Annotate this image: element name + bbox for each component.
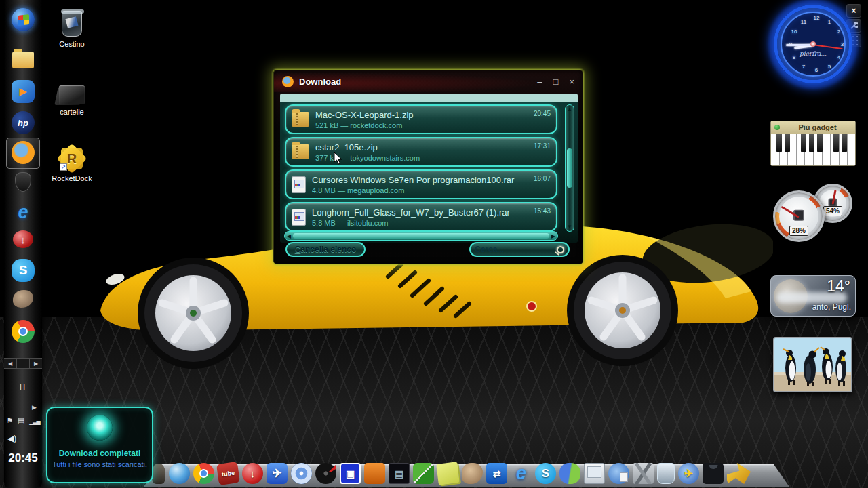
gadget-close-button[interactable]: × — [846, 4, 861, 18]
shield-app-icon[interactable] — [15, 172, 31, 192]
hp-icon[interactable]: hp — [12, 111, 35, 134]
flag-icon[interactable]: ⚑ — [6, 416, 13, 425]
scroll-right-icon[interactable]: ▶ — [551, 233, 555, 239]
black-key[interactable] — [817, 134, 823, 152]
black-key[interactable] — [785, 134, 790, 152]
cat-figurine-icon[interactable] — [152, 464, 165, 484]
network-icon[interactable]: ▁▃▅ — [29, 419, 39, 425]
download-item[interactable]: Longhorn_Full_Glass_for_W7_by_Buster67 (… — [285, 202, 557, 232]
skype-icon[interactable]: S — [535, 463, 556, 484]
black-key[interactable] — [776, 134, 782, 152]
download-glow-icon — [87, 415, 113, 441]
web-travel-icon[interactable]: ✈ — [678, 463, 699, 484]
flights-icon[interactable]: ✈ — [267, 463, 288, 484]
tray-expand-icon[interactable]: ▶ — [32, 404, 37, 411]
search-box[interactable] — [469, 242, 570, 257]
search-icon[interactable] — [557, 246, 564, 253]
archive-file-icon — [292, 209, 306, 226]
windows-logo-icon — [18, 14, 29, 26]
cpu-value: 28% — [789, 226, 808, 236]
download-meta: 4.8 MB — megaupload.com — [312, 186, 528, 195]
taskbar-scroll-strip[interactable]: ◀ ▶ — [4, 358, 42, 369]
firefox-icon[interactable] — [12, 141, 35, 164]
desktop-icon-cestino[interactable]: Cestino — [50, 11, 94, 48]
explorer-folder-icon[interactable] — [12, 52, 34, 68]
restore-button[interactable]: □ — [553, 77, 559, 87]
download-complete-notification[interactable]: Download completati Tutti i file sono st… — [46, 407, 153, 483]
vertical-scrollbar[interactable]: ▲ ▼ — [565, 104, 574, 232]
rocketdock-icon[interactable] — [727, 463, 751, 484]
scroll-middle[interactable] — [17, 359, 30, 368]
recycle-glass-icon[interactable] — [657, 463, 675, 484]
chrome-icon[interactable] — [193, 463, 214, 484]
start-button[interactable] — [12, 8, 35, 31]
black-key[interactable] — [842, 134, 847, 152]
download-meta: 5.8 MB — ilsitoblu.com — [312, 219, 528, 227]
minimize-button[interactable]: – — [537, 77, 542, 87]
maps-icon[interactable] — [413, 463, 434, 484]
clock-number: 10 — [790, 28, 798, 35]
download-manager-icon[interactable]: ↓ — [242, 463, 263, 484]
scroll-down-icon[interactable]: ▼ — [567, 224, 572, 230]
scroll-up-icon[interactable]: ▲ — [567, 106, 572, 113]
gimp-icon[interactable] — [462, 463, 483, 484]
clock-number: 11 — [800, 19, 808, 25]
skype-icon[interactable]: S — [12, 259, 35, 282]
speaker-icon[interactable]: ◀) — [7, 434, 16, 443]
taskbar-clock[interactable]: 20:45 — [4, 451, 42, 465]
piano-gadget[interactable]: Più gadget — [770, 121, 856, 166]
black-key[interactable] — [801, 134, 806, 152]
piano-gadget-link[interactable]: Più gadget — [783, 123, 852, 131]
tools-icon[interactable] — [633, 463, 654, 484]
display-settings-icon[interactable] — [584, 463, 605, 484]
scrollbar-track[interactable] — [293, 233, 549, 239]
download-item[interactable]: cstar2_105e.zip 377 kB — tokyodownstairs… — [285, 137, 557, 167]
scroll-left-icon[interactable]: ◀ — [287, 233, 291, 239]
dolphin-app-icon[interactable] — [169, 463, 190, 484]
zip-folder-icon — [292, 112, 309, 127]
scroll-right-icon[interactable]: ▶ — [30, 359, 42, 368]
black-key[interactable] — [833, 134, 839, 152]
dvd-burner-icon[interactable] — [291, 463, 312, 484]
vinyl-player-icon[interactable] — [315, 463, 336, 484]
photo-slideshow-gadget[interactable] — [773, 337, 852, 392]
internet-explorer-icon[interactable]: e — [12, 201, 35, 224]
piano-keys[interactable] — [771, 134, 855, 165]
weather-gadget[interactable]: 14° anto, Pugl. — [770, 275, 856, 317]
notification-link[interactable]: Tutti i file sono stati scaricati. — [52, 460, 147, 468]
tshirt-app-icon[interactable] — [703, 463, 724, 484]
download-item[interactable]: Cursores Windows Se7en Por programacion1… — [285, 169, 557, 199]
search-input[interactable] — [475, 245, 557, 254]
clear-list-label: Cancella elenco — [295, 245, 357, 254]
youtube-icon[interactable]: tube — [216, 462, 240, 485]
cpu-meter-gadget[interactable]: 28% — [773, 190, 825, 242]
clock-gadget[interactable]: 12 1 2 3 4 5 6 7 8 9 10 11 pierfra... — [774, 5, 852, 83]
window-titlebar[interactable]: Download – □ × — [274, 70, 583, 92]
messenger-icon[interactable] — [559, 463, 580, 484]
orange-app-icon[interactable] — [364, 463, 385, 484]
my-computer-icon[interactable]: ▤ — [389, 463, 410, 484]
black-key[interactable] — [809, 134, 814, 152]
download-manager-icon[interactable]: ↓ — [13, 230, 33, 248]
close-button[interactable]: × — [569, 77, 574, 87]
horizontal-scrollbar[interactable]: ◀ ▶ — [284, 231, 558, 241]
window-manager-icon[interactable]: ▣ — [340, 463, 361, 484]
scroll-left-icon[interactable]: ◀ — [4, 359, 17, 368]
download-filename: Longhorn_Full_Glass_for_W7_by_Buster67 (… — [312, 207, 528, 218]
download-item[interactable]: Mac-OS-X-Leopard-1.zip 521 kB — rocketdo… — [285, 104, 557, 134]
action-center-icon[interactable]: ▤ — [18, 416, 24, 425]
desktop-icon-rocketdock[interactable]: R ↗ RocketDock — [50, 146, 94, 182]
download-meta: 377 kB — tokyodownstairs.com — [315, 154, 528, 162]
media-player-icon[interactable]: ▶ — [12, 80, 35, 103]
clear-list-button[interactable]: Cancella elenco — [285, 242, 366, 257]
chrome-icon[interactable] — [12, 320, 35, 343]
gimp-icon[interactable] — [13, 290, 33, 308]
language-indicator[interactable]: IT — [4, 382, 42, 392]
teamviewer-icon[interactable]: ⇄ — [486, 463, 507, 484]
web-documents-icon[interactable] — [608, 463, 629, 484]
scrollbar-thumb[interactable] — [567, 148, 572, 188]
piano-header: Più gadget — [771, 121, 855, 134]
desktop-icon-cartelle[interactable]: cartelle — [50, 85, 94, 116]
sticky-notes-icon[interactable] — [436, 462, 460, 485]
internet-explorer-icon[interactable]: e — [511, 463, 532, 484]
